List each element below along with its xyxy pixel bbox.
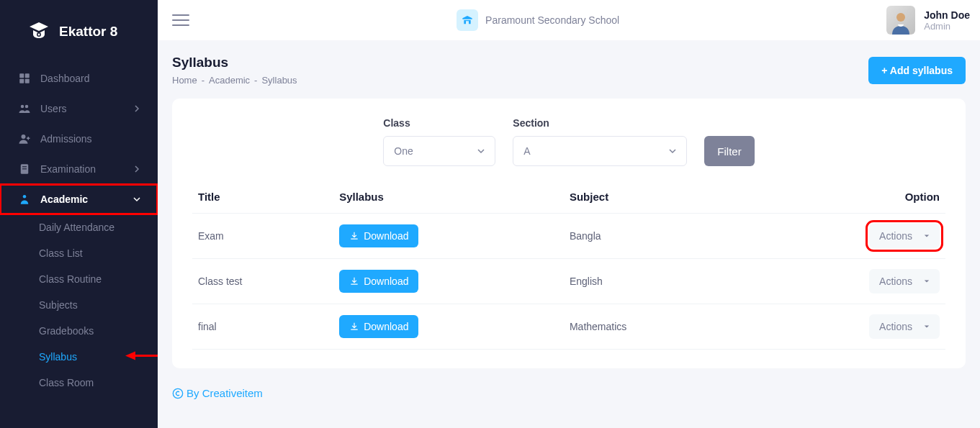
svg-point-6 [21,105,24,109]
section-select[interactable]: A [513,136,687,166]
download-icon [349,276,359,286]
svg-point-8 [22,135,26,139]
sidebar-item-dashboard[interactable]: Dashboard [0,63,158,94]
svg-point-1 [38,34,40,36]
examination-icon [17,162,32,176]
sidebar-sub-item-syllabus[interactable]: Syllabus [39,344,158,370]
actions-button[interactable]: Actions [869,314,940,339]
content: Syllabus Home-Academic-Syllabus + Add sy… [158,40,980,428]
page-title: Syllabus [172,55,297,70]
class-select[interactable]: One [383,136,495,166]
footer[interactable]: By Creativeitem [172,387,966,399]
th-title: Title [192,181,333,214]
sidebar-item-label: Examination [40,163,96,175]
sidebar-item-label: Dashboard [40,73,90,84]
sidebar-item-examination[interactable]: Examination [0,154,158,184]
svg-rect-2 [19,73,24,78]
download-button[interactable]: Download [339,315,418,338]
download-button[interactable]: Download [339,224,418,247]
footer-text: By Creativeitem [186,387,263,399]
logo[interactable]: Ekattor 8 [0,0,158,63]
arrow-indicator-icon [125,351,158,363]
filters: Class One Section A Filter [192,117,945,166]
card: Class One Section A Filter [172,99,966,368]
sidebar-item-label: Users [40,103,67,114]
page-header: Syllabus Home-Academic-Syllabus + Add sy… [172,55,966,86]
svg-rect-11 [22,168,27,169]
download-icon [349,231,359,241]
actions-button[interactable]: Actions [869,269,940,293]
svg-point-15 [896,13,905,22]
svg-point-16 [173,388,182,398]
class-value: One [394,145,413,157]
sidebar-item-users[interactable]: Users [0,94,158,124]
sidebar-sub-item-class-list[interactable]: Class List [39,240,158,266]
chevron-down-icon [669,147,676,155]
class-label: Class [383,117,495,129]
cell-title: Class test [192,259,333,304]
download-button[interactable]: Download [339,270,418,293]
user-role: Admin [924,21,970,32]
sidebar-sub-item-daily-attendance[interactable]: Daily Attendance [39,214,158,240]
cell-title: final [192,304,333,350]
chevron-right-icon [133,163,140,175]
table-row: finalDownloadMathematicsActions [192,304,945,350]
chevron-down-icon [133,193,140,205]
logo-text: Ekattor 8 [59,24,117,40]
svg-point-12 [23,195,27,199]
school-icon [457,9,478,31]
breadcrumb-item[interactable]: Home [172,75,197,86]
actions-button[interactable]: Actions [869,224,940,248]
users-icon [17,101,32,116]
main-area: Paramount Secondary School John Doe Admi… [158,0,980,428]
dashboard-icon [17,71,32,86]
caret-down-icon [924,324,930,329]
chevron-down-icon [477,147,485,155]
th-subject: Subject [564,181,738,214]
user-menu[interactable]: John Doe Admin [886,6,970,35]
sidebar-sub-item-subjects[interactable]: Subjects [39,292,158,318]
section-value: A [523,145,530,157]
user-name: John Doe [924,9,970,21]
avatar [886,6,915,35]
svg-point-7 [25,105,29,109]
caret-down-icon [924,278,930,284]
academic-icon [17,192,32,206]
svg-rect-10 [22,166,27,167]
sidebar-sub-item-class-room[interactable]: Class Room [39,370,158,396]
topbar: Paramount Secondary School John Doe Admi… [158,0,980,40]
sidebar-sub-item-class-routine[interactable]: Class Routine [39,266,158,292]
caret-down-icon [924,233,930,239]
cell-title: Exam [192,214,333,259]
sidebar-item-admissions[interactable]: Admissions [0,124,158,154]
download-icon [349,322,359,332]
sidebar-item-academic[interactable]: Academic [0,184,158,214]
svg-rect-4 [19,79,24,83]
svg-rect-5 [25,79,30,83]
logo-icon [27,20,50,43]
school-name-text: Paramount Secondary School [485,14,619,26]
th-syllabus: Syllabus [333,181,564,214]
sidebar-sub-item-gradebooks[interactable]: Gradebooks [39,318,158,344]
sidebar-item-label: Academic [40,193,88,205]
table-row: ExamDownloadBanglaActions [192,214,945,259]
filter-button[interactable]: Filter [704,136,754,166]
svg-rect-3 [25,73,30,78]
cell-subject: Bangla [564,214,738,259]
add-syllabus-button[interactable]: + Add syllabus [868,57,966,84]
section-label: Section [513,117,687,129]
copyright-icon [172,388,184,399]
breadcrumb-item[interactable]: Academic [209,75,250,86]
chevron-right-icon [133,103,140,114]
cell-subject: English [564,259,738,304]
school-name[interactable]: Paramount Secondary School [457,9,619,31]
breadcrumb: Home-Academic-Syllabus [172,75,297,86]
sidebar-item-label: Admissions [40,133,92,145]
sidebar: Ekattor 8 DashboardUsersAdmissionsExamin… [0,0,158,428]
syllabus-table: Title Syllabus Subject Option ExamDownlo… [192,181,945,350]
admissions-icon [17,132,32,146]
th-option: Option [737,181,945,214]
menu-toggle-icon[interactable] [172,12,189,29]
svg-marker-14 [125,352,135,360]
breadcrumb-item[interactable]: Syllabus [261,75,297,86]
